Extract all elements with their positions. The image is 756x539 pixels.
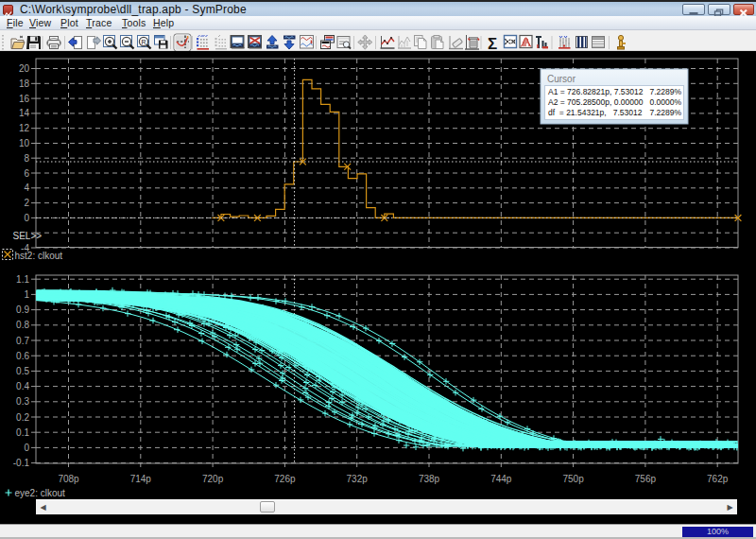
svg-text:2: 2 — [24, 198, 29, 208]
svg-text:-0.1: -0.1 — [13, 458, 30, 468]
svg-text:hst2: clkout: hst2: clkout — [15, 251, 63, 261]
svg-text:0.9: 0.9 — [16, 304, 29, 315]
svg-text:708p: 708p — [58, 474, 79, 484]
svg-text:0.8: 0.8 — [16, 320, 29, 330]
svg-text:1: 1 — [24, 289, 29, 300]
svg-text:714p: 714p — [130, 474, 152, 484]
svg-text:756p: 756p — [635, 474, 657, 484]
svg-text:Cursor: Cursor — [547, 74, 576, 84]
svg-text:4: 4 — [24, 183, 29, 193]
svg-text:738p: 738p — [419, 474, 440, 484]
svg-text:1.1: 1.1 — [16, 274, 29, 285]
svg-text:18: 18 — [19, 78, 30, 89]
svg-text:0.2: 0.2 — [16, 412, 29, 423]
svg-text:0.4: 0.4 — [16, 381, 29, 391]
svg-text:eye2: clkout: eye2: clkout — [15, 488, 66, 498]
svg-text:12: 12 — [19, 123, 30, 133]
svg-text:762p: 762p — [707, 474, 729, 484]
svg-text:0.7: 0.7 — [16, 336, 29, 346]
svg-text:20: 20 — [19, 63, 30, 74]
svg-text:8: 8 — [24, 153, 29, 164]
svg-text:A1 = 726.82821p, 7.53012: A1 = 726.82821p, 7.53012 — [548, 87, 644, 96]
svg-text:0.1: 0.1 — [16, 427, 29, 438]
svg-text:SEL>>: SEL>> — [13, 231, 43, 241]
svg-text:0.5: 0.5 — [16, 366, 29, 376]
svg-text:R: R — [141, 39, 146, 45]
svg-text:7.2289%: 7.2289% — [649, 108, 681, 117]
svg-text:744p: 744p — [490, 474, 512, 484]
svg-text:7.2289%: 7.2289% — [649, 87, 681, 96]
svg-text:0.6: 0.6 — [16, 351, 29, 361]
svg-text:14: 14 — [19, 108, 30, 118]
svg-text:0.3: 0.3 — [16, 396, 29, 407]
svg-text:6: 6 — [24, 168, 29, 179]
svg-text:10: 10 — [19, 138, 30, 148]
svg-text:726p: 726p — [274, 474, 296, 484]
svg-text:0: 0 — [24, 443, 29, 453]
svg-text:A2 = 705.28500p, 0.00000: A2 = 705.28500p, 0.00000 — [548, 97, 644, 107]
svg-text:16: 16 — [19, 94, 30, 104]
svg-text:df = 21.54321p, 7.53012: df = 21.54321p, 7.53012 — [548, 108, 643, 117]
svg-text:720p: 720p — [202, 474, 224, 484]
svg-text:750p: 750p — [562, 474, 584, 484]
svg-text:0: 0 — [24, 213, 29, 223]
svg-text:732p: 732p — [347, 474, 369, 484]
svg-text:Σ: Σ — [488, 35, 497, 52]
svg-text:0.0000%: 0.0000% — [649, 97, 681, 107]
